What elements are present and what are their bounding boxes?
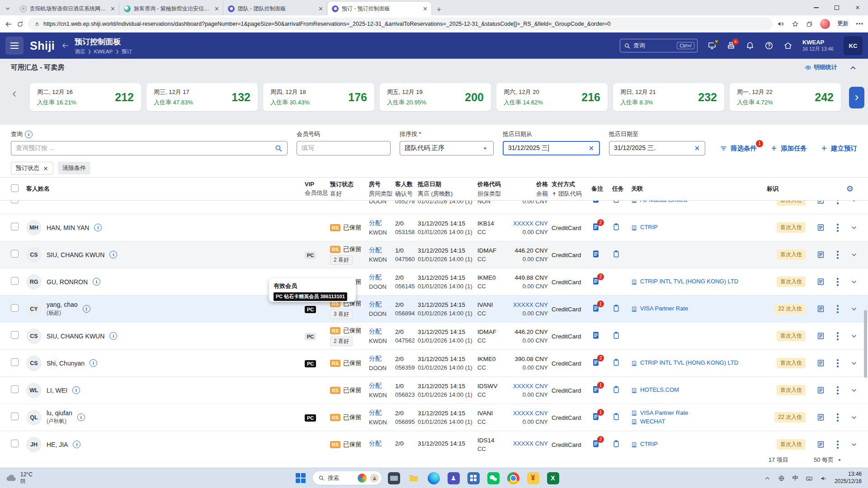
table-row[interactable]: CSSIU, CHANG KWUNiPCRS已保留2 喜好分配KWDN1/004…	[0, 241, 868, 268]
tab-close-icon[interactable]: ✕	[423, 6, 428, 12]
related-profile-link[interactable]: CTRIP	[631, 223, 767, 232]
guest-name[interactable]: Shi, Chunyan	[47, 360, 85, 367]
availability-card[interactable]: 周二, 12月 16入住率 16.21%212	[30, 83, 141, 111]
expand-row-icon[interactable]	[850, 251, 858, 258]
maximize-button[interactable]	[826, 0, 847, 15]
add-task-button[interactable]: 添加任务	[770, 144, 807, 153]
info-icon[interactable]: i	[83, 305, 90, 313]
notes-icon[interactable]: 2	[591, 222, 600, 231]
row-checkbox[interactable]	[11, 385, 19, 393]
row-checkbox[interactable]	[11, 440, 19, 447]
availability-card[interactable]: 周日, 12月 21入住率 8.3%232	[613, 83, 724, 111]
expand-row-icon[interactable]	[850, 387, 858, 394]
task-clipboard-icon[interactable]	[612, 440, 620, 448]
ime-indicator[interactable]: 中	[792, 474, 798, 482]
row-menu-icon[interactable]	[837, 305, 839, 313]
related-profile-link[interactable]: CTRIP INTL TVL (HONG KONG) LTD	[631, 359, 767, 367]
row-checkbox[interactable]	[11, 331, 19, 339]
scrollbar-thumb[interactable]	[864, 310, 867, 378]
back-arrow-icon[interactable]	[61, 42, 69, 50]
table-row[interactable]: CSShi, ChunyaniPCRS已保留分配DOON2/005635931/…	[0, 349, 868, 376]
pc-app-icon[interactable]	[386, 470, 401, 486]
tab-close-icon[interactable]: ✕	[318, 6, 323, 12]
registration-card-icon[interactable]	[816, 440, 825, 449]
expand-row-icon[interactable]	[850, 305, 858, 313]
guest-name[interactable]: GU, RONRON	[47, 278, 88, 286]
registration-card-icon[interactable]	[816, 359, 825, 367]
column-header[interactable]: 任务	[612, 185, 631, 193]
appblue-app-icon[interactable]	[466, 470, 481, 486]
breadcrumb-property[interactable]: KWEAP	[94, 49, 113, 54]
table-row[interactable]: DOON05527801/01/2026 14:00 (1)NON0.00 CN…	[0, 201, 868, 214]
row-checkbox[interactable]	[11, 358, 19, 366]
browser-tab[interactable]: 预订 - 预订控制面板✕	[327, 2, 431, 15]
assign-room-link[interactable]: 分配	[369, 328, 395, 336]
notes-icon[interactable]: 2	[591, 439, 600, 448]
network-icon[interactable]	[778, 474, 785, 482]
browser-profile-avatar[interactable]	[820, 19, 830, 29]
related-profile-link[interactable]: HOTELS.COM	[631, 386, 767, 394]
registration-card-icon[interactable]	[816, 332, 825, 340]
collections-icon[interactable]	[806, 20, 813, 28]
info-icon[interactable]: i	[72, 386, 80, 394]
cards-next-button[interactable]	[849, 87, 864, 108]
weather-widget[interactable]: 12°C 阴	[0, 471, 50, 485]
expand-row-icon[interactable]	[850, 278, 858, 286]
column-header[interactable]: 房号房间类型	[369, 180, 395, 198]
address-bar[interactable]: https://cn1.web.ep.shiji.world/individua…	[28, 18, 773, 30]
sort-by-group-code-link[interactable]: 团队代码	[552, 190, 591, 198]
registration-card-icon[interactable]	[816, 201, 825, 205]
related-profile-link[interactable]: VISA Partner Rate	[631, 409, 767, 418]
browser-menu-icon[interactable]: ⋯	[856, 19, 863, 28]
column-header[interactable]: 标识	[767, 185, 816, 193]
notes-icon[interactable]: 2	[591, 277, 600, 286]
column-header[interactable]: 价格代码担保类型	[477, 180, 510, 198]
detail-statistics-link[interactable]: 明细统计	[805, 63, 837, 71]
column-header[interactable]: 价格余额	[510, 180, 552, 198]
column-header[interactable]: 客人数确认号	[395, 180, 418, 198]
column-header[interactable]: 备注	[591, 185, 612, 193]
row-menu-icon[interactable]	[837, 224, 839, 232]
breadcrumb-module[interactable]: 预订	[122, 48, 132, 55]
table-row[interactable]: CSSIU, CHANG KWUNiPCRS已保留2 喜好分配KWDN2/004…	[0, 322, 868, 349]
column-header[interactable]: 客人姓名	[26, 185, 305, 193]
row-checkbox[interactable]	[11, 201, 19, 203]
create-reservation-button[interactable]: 建立预订	[821, 144, 857, 153]
favorite-star-icon[interactable]	[792, 20, 799, 28]
touch-keyboard-icon[interactable]	[806, 474, 813, 482]
browser-tab[interactable]: 团队 - 团队控制面板✕	[223, 2, 327, 15]
row-menu-icon[interactable]	[837, 251, 839, 259]
info-icon[interactable]: i	[90, 359, 97, 367]
task-clipboard-icon[interactable]	[612, 304, 620, 312]
guest-name[interactable]: HE, JIA	[47, 441, 68, 448]
assign-room-link[interactable]: 分配	[369, 219, 395, 227]
user-avatar[interactable]: KC	[844, 36, 863, 55]
availability-card[interactable]: 周五, 12月 19入住率 20.95%200	[380, 83, 491, 111]
assign-room-link[interactable]: 分配	[369, 382, 395, 390]
column-header[interactable]: 支付方式团队代码	[552, 180, 591, 198]
browser-update-button[interactable]: 更新	[837, 20, 849, 28]
info-icon[interactable]: i	[94, 224, 102, 231]
assign-room-link[interactable]: 分配	[369, 273, 395, 282]
close-button[interactable]: ✕	[847, 0, 868, 15]
row-checkbox[interactable]	[11, 304, 19, 312]
row-checkbox[interactable]	[11, 250, 19, 258]
expand-row-icon[interactable]	[850, 360, 858, 367]
expand-row-icon[interactable]	[850, 201, 858, 204]
start-button[interactable]	[293, 470, 308, 486]
chip-remove-icon[interactable]	[43, 165, 48, 172]
expand-row-icon[interactable]	[850, 414, 858, 421]
filter-chip[interactable]: 预订状态	[11, 162, 53, 174]
info-icon[interactable]: i	[77, 413, 85, 421]
taskbar-clock[interactable]: 13:46 2025/12/16	[835, 471, 862, 485]
edge-app-icon[interactable]	[426, 470, 441, 486]
availability-card[interactable]: 周一, 12月 22入住率 4.72%242	[730, 83, 841, 111]
breadcrumb-hotel[interactable]: 酒店	[75, 48, 85, 55]
task-clipboard-icon[interactable]	[612, 358, 620, 366]
sort-select[interactable]: 团队代码 正序	[400, 141, 494, 155]
clear-filters-chip[interactable]: 清除条件	[58, 162, 90, 174]
task-clipboard-icon[interactable]	[612, 201, 620, 203]
info-icon[interactable]: i	[73, 441, 80, 448]
workstation-icon[interactable]: ✕	[708, 41, 717, 50]
notes-icon[interactable]: 2	[591, 358, 600, 367]
